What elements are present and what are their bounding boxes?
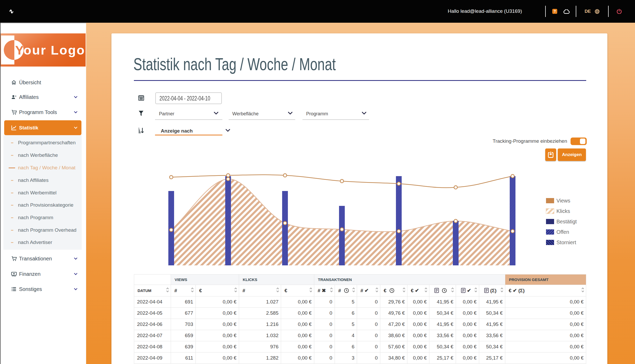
svg-text:Views: Views: [556, 198, 570, 204]
svg-text:Your Logo: Your Logo: [15, 43, 85, 57]
svg-text:Bestätigt: Bestätigt: [556, 219, 577, 224]
svg-text:Klicks: Klicks: [556, 208, 570, 214]
svg-text:Storniert: Storniert: [556, 240, 576, 245]
svg-text:Offen: Offen: [556, 229, 569, 235]
